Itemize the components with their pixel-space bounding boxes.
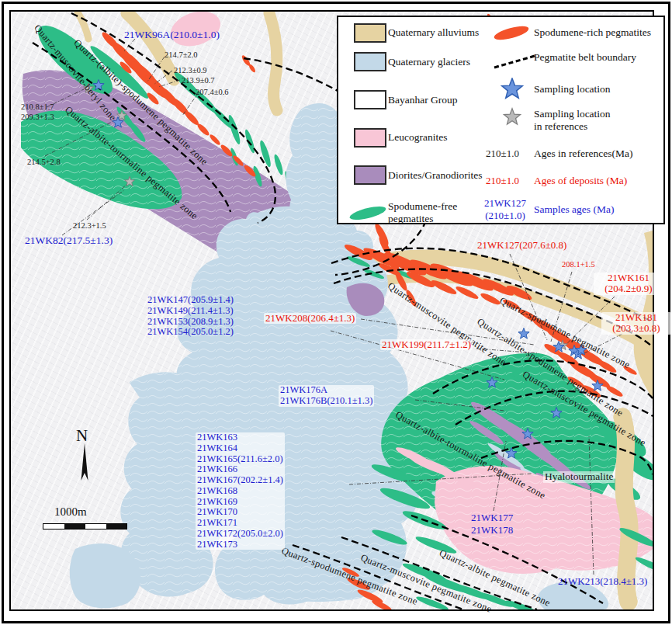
sample-label-wk82: 21WK82(217.5±1.3): [25, 235, 113, 247]
north-label: N: [76, 426, 88, 446]
sample-label: 21WK149(211.4±1.3): [147, 306, 234, 317]
sample-list-163: 21WK163 21WK164 21WK165(211.6±2.0) 21WK1…: [196, 432, 285, 550]
sample-label: 21WK147(205.9±1.4): [147, 295, 234, 306]
legend-label-leucogranites: Leucogranites: [388, 131, 447, 144]
sample-label: 21WK164: [197, 443, 283, 454]
scale-bar: [43, 523, 127, 530]
sample-label: 21WK176B(210.1±1.3): [280, 396, 372, 407]
scale-bar-segment: [85, 524, 106, 529]
sample-label: 21WK169: [197, 497, 283, 508]
geological-map-figure: Quartz-muscovite-beryl zone Quartz-(albi…: [0, 0, 672, 625]
alluvium-channel-southeast: [622, 417, 629, 602]
sample-label: 21WK153(208.9±1.3): [147, 317, 234, 328]
sample-label: 21WK167(202.2±1.4): [197, 475, 283, 486]
legend-label-age-ref: Ages in references(Ma): [534, 148, 632, 160]
legend-spodumene-rich-icon: [493, 23, 530, 42]
sample-label: 21WK154(205.0±1.2): [147, 327, 234, 338]
legend-label-boundary: Pegmatite belt boundary: [534, 51, 636, 64]
legend-example-age-ref: 210±1.0: [486, 148, 519, 160]
sample-label: 21WK170: [197, 507, 283, 518]
legend-label-age-deposit: Ages of deposits (Ma): [534, 175, 627, 187]
legend-label-sampling-ref-1: Sampling location: [534, 108, 611, 120]
deposit-label-wk199: 21WK199(211.7±1.2): [380, 339, 473, 350]
sample-label: 21WK168: [197, 486, 283, 497]
scale-bar-label: 1000m: [54, 505, 87, 519]
sample-list-176: 21WK176A 21WK176B(210.1±1.3): [279, 385, 374, 407]
legend-label-spodumene-free-1: Spodumene-free: [388, 200, 457, 213]
sample-label: 21WK171: [197, 518, 283, 529]
legend-example-age-deposit: 210±1.0: [486, 175, 519, 187]
deposit-label-wk181: 21WK181 (203.3±0.8): [601, 312, 671, 335]
sample-label: 21WK178: [471, 524, 513, 536]
legend-boundary-icon: [494, 55, 535, 69]
legend-sampling-star-icon: [501, 78, 524, 101]
legend-label-spodumene-free-2: pegmatites: [388, 213, 433, 225]
map-legend: Quaternary alluviums Quaternary glaciers…: [337, 16, 665, 224]
deposit-label-line: 21WK181: [603, 312, 670, 323]
map-area: Quartz-muscovite-beryl zone Quartz-(albi…: [9, 10, 654, 611]
deposit-label-line: (203.3±0.8): [603, 323, 670, 334]
scale-bar-segment: [64, 524, 85, 529]
sample-label: 21WK172(205.0±2.0): [197, 529, 283, 540]
deposit-label-wk161: 21WK161 (204.2±0.9): [594, 273, 663, 295]
scale-bar-segment: [43, 524, 64, 529]
deposit-label-wk127: 21WK127(207.6±0.8): [477, 240, 566, 251]
reference-age-label: 212.3±0.9: [174, 66, 207, 75]
sample-list-177: 21WK177 21WK178: [471, 512, 513, 537]
sample-label-wk96a: 21WK96A(210.0±1.0): [124, 30, 220, 41]
legend-swatch-leucogranites: [354, 128, 386, 148]
sample-label-wk213: 21WK213(218.4±1.3): [558, 576, 647, 587]
legend-label-sample-age: Samples ages (Ma): [534, 203, 614, 216]
legend-swatch-bayanhar: [354, 90, 386, 109]
legend-label-alluvium: Quaternary alluviums: [388, 26, 479, 39]
legend-label-bayanhar: Bayanhar Group: [388, 94, 458, 106]
deposit-label-line: 21WK161: [595, 273, 662, 283]
rock-label-hyalotourmalite: Hyalotourmalite: [543, 471, 615, 483]
legend-swatch-alluvium: [354, 23, 386, 43]
reference-age-label: 207.4±0.6: [196, 88, 229, 97]
sample-label: 21WK173: [197, 540, 283, 550]
reference-age-label: 214.5+2.8: [27, 158, 61, 167]
north-arrow-icon: [81, 443, 88, 481]
reference-age-label: 212.3+1.5: [73, 221, 106, 231]
reference-age-label: 210.8±1.7: [21, 102, 54, 112]
sample-label: 21WK165(211.6±2.0): [197, 454, 283, 465]
legend-example-sample-line: 21WK127: [481, 197, 529, 210]
sample-label: 21WK166: [197, 464, 283, 475]
reference-age-label: 213.9±0.7: [182, 76, 215, 85]
sample-list-147: 21WK147(205.9±1.4) 21WK149(211.4±1.3) 21…: [147, 295, 234, 338]
legend-label-diorites: Diorites/Granodiorites: [388, 169, 482, 182]
scale-bar-segment: [106, 524, 126, 529]
deposit-label-line: (204.2±0.9): [595, 283, 662, 294]
deposit-label-208-1: 208.1+1.5: [562, 260, 595, 269]
sample-label: 21WK163: [197, 432, 283, 443]
reference-age-label: 209.3+1.3: [21, 113, 54, 122]
legend-swatch-glaciers: [354, 52, 386, 71]
legend-spodumene-free-icon: [348, 203, 387, 222]
reference-age-label: 214.7±2.0: [165, 50, 198, 60]
deposit-label-wk208: 21WK208(206.4±1.3): [264, 313, 356, 324]
legend-label-sampling-ref-2: in references: [534, 120, 587, 133]
legend-label-sampling: Sampling location: [534, 83, 611, 95]
sample-label: 21WK177: [471, 512, 513, 524]
sample-label: 21WK176A: [280, 385, 372, 396]
legend-label-glaciers: Quaternary glaciers: [388, 56, 470, 68]
legend-sampling-ref-star-icon: [502, 107, 522, 127]
legend-example-sample-line: (210±1.0): [481, 210, 529, 222]
legend-example-sample-age: 21WK127 (210±1.0): [481, 197, 529, 222]
legend-swatch-diorites: [354, 165, 386, 185]
legend-label-spodumene-rich: Spodumene-rich pegmatites: [534, 26, 651, 39]
